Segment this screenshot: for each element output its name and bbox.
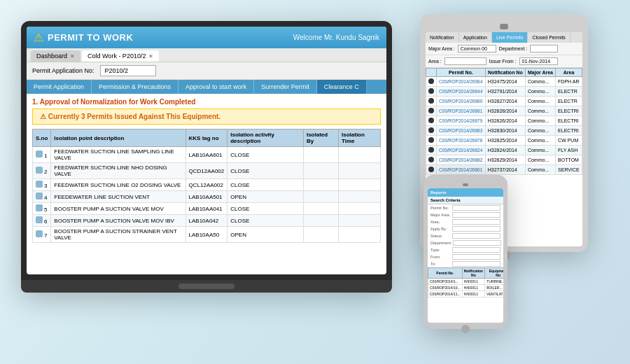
- cell-activity: OPEN: [227, 191, 304, 203]
- cell-sno: 3: [33, 179, 51, 191]
- phone-field-row: Major Area:: [428, 211, 503, 218]
- department-input[interactable]: [530, 45, 558, 52]
- dot-cell: [426, 165, 437, 175]
- tablet-tab-notification[interactable]: Notification: [426, 32, 459, 43]
- phone-field-input[interactable]: [452, 247, 500, 253]
- tablet-permit: C00/ROP2014/26984: [437, 77, 486, 87]
- major-area-input[interactable]: [458, 45, 496, 52]
- tab-dashboard-close[interactable]: ✕: [70, 53, 75, 59]
- tcol-major: Major Area: [525, 69, 555, 77]
- tablet-permit: C00/ROP2014/26801: [437, 165, 486, 175]
- tablet-tab-application[interactable]: Application: [459, 32, 492, 43]
- nav-surrender[interactable]: Surrender Permit: [254, 80, 317, 94]
- col-activity: Isolation activity description: [227, 130, 304, 147]
- cell-kks: LAB10A042: [186, 215, 227, 227]
- dot-cell: [426, 77, 437, 87]
- cell-activity: CLOSE: [227, 215, 304, 227]
- phone-field-row: From:: [428, 253, 503, 260]
- phone-field-input[interactable]: [452, 226, 500, 232]
- phone-field-input[interactable]: [453, 240, 501, 246]
- laptop-device: ⚠ PERMIT TO WORK Welcome Mr. Kundu Sagni…: [21, 21, 392, 315]
- tablet-major: Commo...: [525, 126, 555, 136]
- dot-cell: [426, 146, 437, 155]
- phone-field-input[interactable]: [452, 219, 500, 225]
- issue-from-input[interactable]: [519, 57, 558, 65]
- phone-field-input[interactable]: [452, 212, 500, 218]
- phone-camera: [463, 183, 468, 186]
- phone-field-row: To:: [428, 260, 503, 267]
- app-header: ⚠ PERMIT TO WORK Welcome Mr. Kundu Sagni…: [27, 27, 386, 48]
- dot-cell: [426, 136, 437, 146]
- cell-desc: FEEDWATER SUCTION LINE O2 DOSING VALVE: [51, 179, 186, 191]
- cell-time: [339, 203, 381, 215]
- cell-desc: BOOSTER PUMP A SUCTION VALVE MOV: [51, 203, 186, 215]
- tablet-table-row[interactable]: C00/ROP2014/26881 H32828/2014 Commo... E…: [426, 106, 582, 116]
- phone-field-label: From:: [430, 255, 451, 259]
- area-input[interactable]: [444, 57, 486, 65]
- tablet-table-row[interactable]: C00/ROP2014/26844 H32791/2014 Commo... E…: [426, 87, 582, 97]
- issue-from-label: Issue From :: [489, 59, 517, 64]
- tablet-table-row[interactable]: C00/ROP2014/26880 H32827/2014 Commo... E…: [426, 97, 582, 106]
- tablet-table-row[interactable]: C00/ROP2014/26984 H32475/2014 Commo... F…: [426, 77, 582, 87]
- tablet-tab-live[interactable]: Live Permits: [492, 32, 528, 43]
- phone-field-input[interactable]: [452, 254, 500, 260]
- cell-by: [303, 227, 338, 243]
- tcol-dot: [426, 69, 437, 77]
- phone-field-input[interactable]: [452, 261, 500, 267]
- tab-coldwork[interactable]: Cold Work - P2010/2 ✕: [82, 50, 159, 62]
- col-kks: KKS tag no: [186, 130, 227, 147]
- nav-approval[interactable]: Approval to start work: [178, 80, 254, 94]
- permit-no-input[interactable]: [100, 65, 156, 76]
- col-desc: Isolation point description: [51, 130, 186, 147]
- tablet-permit: C00/ROP2014/26878: [437, 136, 486, 146]
- tablet-table-row[interactable]: C00/ROP2014/26879 H32826/2014 Commo... E…: [426, 116, 582, 126]
- tablet-notification: H32475/2014: [485, 77, 525, 87]
- cell-activity: CLOSE: [227, 163, 304, 179]
- tablet-area: CW PUM: [556, 136, 582, 146]
- tablet-notification: H32826/2014: [485, 116, 525, 126]
- app-welcome: Welcome Mr. Kundu Sagnik: [293, 34, 379, 41]
- tab-coldwork-label: Cold Work - P2010/2: [88, 52, 146, 59]
- phone-field-input[interactable]: [452, 233, 500, 239]
- tablet-table-row[interactable]: C00/ROP2014/26883 H32830/2014 Commo... E…: [426, 126, 582, 136]
- phone-table: Permit No. Notification No Equipment No …: [428, 267, 503, 298]
- tablet-table-row[interactable]: C00/ROP2014/26878 H32825/2014 Commo... C…: [426, 136, 582, 146]
- tablet-permit: C00/ROP2014/26824: [437, 146, 486, 155]
- cell-time: [339, 147, 381, 163]
- phone-field-input[interactable]: [452, 205, 500, 211]
- filter-row-1: Major Area : Department :: [426, 43, 582, 55]
- tablet-table-row[interactable]: C00/ROP2014/26824 H32824/2014 Commo... F…: [426, 146, 582, 155]
- tablet-tab-closed[interactable]: Closed Permits: [528, 32, 570, 43]
- phone-field-row: Department:: [428, 239, 503, 246]
- content-area: 1. Approval of Normalization for Work Co…: [27, 94, 386, 247]
- nav-clearance[interactable]: Clearance C: [317, 80, 367, 94]
- phone-field-row: Type:: [428, 246, 503, 253]
- nav-permission[interactable]: Permission & Precautions: [92, 80, 178, 94]
- dot-cell: [426, 97, 437, 106]
- tablet-camera: [500, 24, 508, 29]
- tablet-major: Commo...: [525, 87, 555, 97]
- major-area-label: Major Area :: [428, 46, 455, 51]
- cell-sno: 4: [33, 191, 51, 203]
- table-row: 4 FEEDEWATER LINE SUCTION VENT LAB10AA50…: [33, 191, 381, 203]
- alert-text: ⚠ Currently 3 Permits Issued Against Thi…: [40, 113, 220, 120]
- tablet-permit: C00/ROP2014/26879: [437, 116, 486, 126]
- tablet-table-row[interactable]: C00/ROP2014/26882 H32829/2014 Commo... B…: [426, 155, 582, 165]
- tab-coldwork-close[interactable]: ✕: [148, 53, 153, 59]
- tablet-major: Commo...: [525, 97, 555, 106]
- phone-field-row: Area:: [428, 218, 503, 225]
- tablet-notification: H32828/2014: [485, 106, 525, 116]
- phone-equipment: TURBINE...: [485, 279, 503, 285]
- cell-sno: 6: [33, 215, 51, 227]
- tab-dashboard[interactable]: Dashboard ✕: [31, 50, 80, 62]
- tablet-area: FDPH AR: [556, 77, 582, 87]
- nav-permit-application[interactable]: Permit Application: [27, 80, 92, 94]
- phone-home-button[interactable]: [461, 325, 470, 333]
- tablet-notification: H32829/2014: [485, 155, 525, 165]
- warning-icon: ⚠: [34, 31, 43, 44]
- cell-desc: FEEDWATER SUCTION LINE NHO DOSING VALVE: [51, 163, 186, 179]
- tablet-area: BOTTOM: [556, 155, 582, 165]
- tab-bar: Dashboard ✕ Cold Work - P2010/2 ✕: [27, 48, 386, 62]
- tablet-table-row[interactable]: C00/ROP2014/26801 H32737/2014 Commo... S…: [426, 165, 582, 175]
- tablet-major: Commo...: [525, 146, 555, 155]
